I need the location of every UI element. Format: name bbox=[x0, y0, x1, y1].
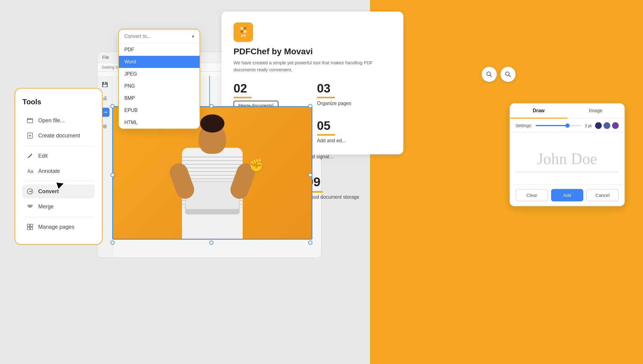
selection-handle-bc bbox=[209, 241, 214, 245]
signature-text: John Doe bbox=[537, 150, 597, 168]
tool-create-label: Create document bbox=[38, 133, 80, 139]
sig-colors bbox=[595, 122, 619, 129]
divider-1 bbox=[22, 146, 95, 146]
convert-icon bbox=[26, 187, 34, 195]
tool-annotate[interactable]: Aa Annotate bbox=[22, 164, 95, 178]
search-icons-area bbox=[482, 67, 516, 82]
tool-open-file[interactable]: Open file... bbox=[22, 113, 95, 127]
convert-option-jpeg[interactable]: JPEG bbox=[119, 68, 200, 80]
feature-03-bar bbox=[317, 97, 335, 98]
info-title: PDFChef by Movavi bbox=[234, 47, 391, 56]
color-dark-blue[interactable] bbox=[595, 122, 602, 129]
convert-option-pdf[interactable]: PDF bbox=[119, 44, 200, 56]
feature-03: 03 Organize pages bbox=[317, 82, 391, 110]
info-description: We have created a simple yet powerful to… bbox=[234, 59, 391, 73]
tool-edit-label: Edit bbox=[38, 153, 48, 159]
svg-rect-7 bbox=[30, 224, 33, 227]
tool-manage-pages[interactable]: Manage pages bbox=[22, 220, 95, 234]
feature-05: 05 Add and ed... bbox=[317, 120, 391, 143]
selection-handle-bl bbox=[110, 241, 115, 245]
sig-pt-value: 2 pt bbox=[585, 123, 591, 128]
signature-panel: Draw Image Settings: 2 pt John Doe Clear… bbox=[510, 103, 625, 206]
feature-05-label: Add and ed... bbox=[317, 138, 391, 143]
tool-annotate-label: Annotate bbox=[38, 168, 60, 174]
edit-icon bbox=[26, 152, 34, 160]
tool-edit[interactable]: Edit bbox=[22, 149, 95, 163]
sidebar-save-icon[interactable]: 💾 bbox=[100, 80, 109, 89]
divider-3 bbox=[22, 217, 95, 217]
selection-handle-ml bbox=[110, 173, 115, 177]
convert-arrow-icon: ▾ bbox=[192, 34, 194, 39]
tab-draw[interactable]: Draw bbox=[510, 104, 567, 119]
svg-rect-8 bbox=[27, 227, 30, 230]
tool-merge-label: Merge bbox=[38, 204, 54, 210]
pdfchef-logo: pdf bbox=[234, 22, 253, 42]
open-file-icon bbox=[26, 116, 34, 124]
feature-03-label: Organize pages bbox=[317, 101, 391, 106]
tool-convert-label: Convert bbox=[38, 188, 59, 195]
convert-option-png[interactable]: PNG bbox=[119, 80, 200, 92]
logo-pdf-text: pdf bbox=[241, 34, 246, 37]
slider-thumb[interactable] bbox=[565, 123, 570, 128]
selection-handle-tc bbox=[209, 104, 214, 108]
feature-right-09-number: 09 bbox=[306, 175, 391, 189]
signature-actions: Clear Add Cancel bbox=[510, 184, 624, 206]
svg-line-14 bbox=[509, 75, 511, 77]
cancel-button[interactable]: Cancel bbox=[586, 189, 619, 201]
feature-03-number: 03 bbox=[317, 82, 391, 94]
selection-handle-br bbox=[308, 241, 312, 245]
app-titlebar-text: File bbox=[102, 55, 109, 60]
feature-05-number: 05 bbox=[317, 120, 391, 132]
search-icon-1[interactable] bbox=[482, 67, 497, 82]
annotate-icon: Aa bbox=[26, 167, 34, 175]
convert-header[interactable]: Convert to... ▾ bbox=[119, 29, 200, 44]
clear-button[interactable]: Clear bbox=[516, 189, 548, 201]
svg-text:Aa: Aa bbox=[27, 169, 33, 174]
tool-open-file-label: Open file... bbox=[38, 117, 65, 124]
feature-right-09-label: Cloud document storage bbox=[306, 194, 391, 200]
signature-tabs: Draw Image bbox=[510, 104, 624, 119]
convert-placeholder: Convert to... bbox=[124, 34, 151, 39]
selection-handle-mr bbox=[308, 173, 312, 177]
signature-baseline bbox=[516, 172, 619, 172]
tool-manage-pages-label: Manage pages bbox=[38, 224, 74, 230]
grab-cursor-icon: ✊ bbox=[249, 158, 264, 173]
signature-settings: Settings: 2 pt bbox=[510, 119, 624, 133]
color-medium-blue[interactable] bbox=[604, 122, 610, 129]
add-button[interactable]: Add bbox=[551, 189, 584, 201]
feature-right-07-label: Add signat... bbox=[306, 154, 391, 160]
tool-merge[interactable]: Merge bbox=[22, 200, 95, 214]
merge-icon bbox=[26, 203, 34, 211]
feature-02-bar bbox=[234, 97, 252, 98]
color-purple[interactable] bbox=[612, 122, 619, 129]
svg-line-12 bbox=[490, 75, 492, 77]
search-icon-2[interactable] bbox=[500, 67, 516, 82]
sig-slider[interactable] bbox=[536, 125, 581, 126]
convert-option-word[interactable]: Word bbox=[119, 56, 200, 68]
svg-rect-9 bbox=[30, 227, 33, 230]
manage-pages-icon bbox=[26, 223, 34, 231]
feature-05-bar bbox=[317, 134, 335, 136]
convert-option-bmp[interactable]: BMP bbox=[119, 92, 200, 104]
svg-rect-0 bbox=[27, 119, 33, 123]
selection-handle-tr bbox=[308, 104, 312, 108]
svg-rect-6 bbox=[27, 224, 30, 227]
convert-option-html[interactable]: HTML bbox=[119, 116, 200, 129]
selection-handle-tl bbox=[110, 104, 115, 108]
convert-dropdown-panel: Convert to... ▾ PDF Word JPEG PNG BMP EP… bbox=[118, 29, 200, 129]
connector-line-v bbox=[209, 76, 210, 106]
tools-title: Tools bbox=[22, 98, 95, 106]
create-document-icon bbox=[26, 132, 34, 140]
feature-right-09: 09 Cloud document storage bbox=[306, 175, 391, 200]
feature-02-number: 02 bbox=[234, 82, 308, 94]
tools-panel: Tools Open file... Create document Edit … bbox=[15, 88, 103, 245]
convert-option-epub[interactable]: EPUB bbox=[119, 104, 200, 116]
settings-label: Settings: bbox=[516, 123, 532, 128]
signature-canvas[interactable]: John Doe bbox=[510, 133, 624, 184]
tab-image[interactable]: Image bbox=[567, 104, 624, 118]
tool-create-document[interactable]: Create document bbox=[22, 129, 95, 143]
